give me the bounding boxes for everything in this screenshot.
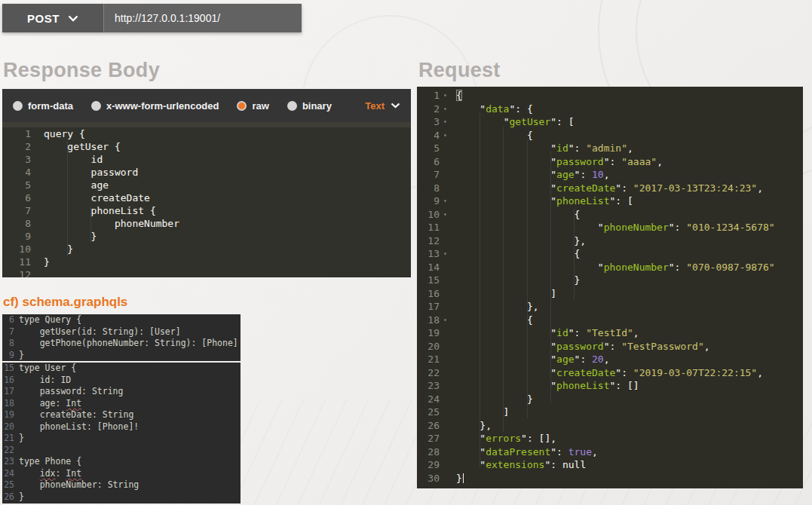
line-number: 8 [2, 338, 14, 350]
line-number: 12 [417, 234, 440, 248]
code-line: 8 getPhone(phoneNumber: String): [Phone] [2, 338, 241, 350]
schema-block-types: 15type User {16 id: ID17 password: Strin… [2, 363, 241, 503]
code-text: }, [456, 234, 586, 248]
fold-spacer [440, 168, 451, 182]
fold-spacer [440, 261, 451, 274]
code-line: 7 getUser(id: String): [User] [2, 326, 241, 338]
line-number: 25 [417, 406, 440, 419]
radio-icon [91, 101, 101, 111]
text-cursor [463, 473, 464, 483]
code-line: 5 "id": "admin", [417, 142, 803, 155]
code-text: id [44, 153, 103, 166]
code-line: 23type Phone { [2, 456, 241, 468]
fold-spacer [440, 432, 451, 445]
code-line: 6 createDate [2, 191, 411, 204]
code-text: type User { [19, 363, 76, 375]
code-line: 14 "phoneNumber": "070-0987-9876" [417, 261, 803, 274]
line-number: 7 [417, 168, 440, 182]
code-line: 7 "age": 10, [417, 168, 803, 182]
url-input[interactable]: http://127.0.0.1:19001/ [104, 4, 302, 32]
fold-spacer [440, 221, 451, 234]
code-text: "dataPresent": true, [456, 445, 598, 459]
body-type-option-raw[interactable]: raw [237, 100, 268, 112]
fold-arrow-icon[interactable]: ▾ [440, 89, 451, 103]
line-number: 26 [417, 419, 440, 433]
line-number: 23 [417, 379, 440, 393]
code-line: 12 }, [417, 234, 803, 248]
line-number: 2 [2, 140, 31, 153]
code-text: "data": { [456, 103, 533, 116]
code-text: type Phone { [19, 456, 81, 468]
body-type-option-x-www-form-urlencoded[interactable]: x-www-form-urlencoded [91, 100, 219, 112]
code-text: }, [456, 300, 539, 314]
code-text: id: ID [19, 375, 71, 387]
body-type-option-form-data[interactable]: form-data [13, 100, 73, 112]
code-line: 8 phoneNumber [2, 217, 411, 230]
line-number: 14 [417, 261, 440, 274]
fold-arrow-icon[interactable]: ▾ [440, 103, 451, 116]
code-line: 20 phoneList: [Phone]! [2, 421, 241, 433]
code-text: { [456, 247, 580, 261]
code-text: "age": 20, [456, 353, 610, 366]
fold-arrow-icon[interactable]: ▾ [440, 115, 451, 129]
code-text: } [19, 433, 24, 445]
fold-spacer [440, 353, 451, 366]
code-text: }, [456, 419, 492, 433]
code-line: 12 [2, 268, 411, 277]
code-text: "age": 10, [456, 168, 610, 182]
code-text: } [456, 472, 464, 485]
code-line: 24 idx: Int [2, 468, 241, 480]
line-number: 22 [417, 366, 440, 380]
line-number: 29 [417, 458, 440, 472]
fold-arrow-icon[interactable]: ▾ [440, 194, 451, 208]
fold-spacer [440, 142, 451, 155]
code-line: 18 age: Int [2, 398, 241, 410]
code-text: "password": "aaaa", [456, 155, 663, 169]
code-line: 2 getUser { [2, 140, 411, 153]
fold-spacer [440, 379, 451, 393]
method-label: POST [27, 12, 60, 25]
code-line: 11 "phoneNumber": "010-1234-5678" [417, 221, 803, 234]
fold-arrow-icon[interactable]: ▾ [440, 314, 451, 327]
line-number: 10 [417, 208, 440, 222]
code-line: 19 "id": "TestId", [417, 326, 803, 340]
code-line: 6 "password": "aaaa", [417, 155, 803, 169]
response-body-heading: Response Body [3, 59, 160, 82]
code-text: "getUser": [ [456, 115, 575, 129]
body-type-option-binary[interactable]: binary [287, 100, 332, 112]
request-json-viewer[interactable]: 1▾{2▾ "data": {3▾ "getUser": [4▾ {5 "id"… [417, 87, 803, 488]
fold-spacer [440, 234, 451, 248]
line-number: 13 [417, 247, 440, 261]
code-line: 7 phoneList { [2, 204, 411, 217]
radio-icon [287, 101, 297, 111]
code-text: password: String [19, 386, 123, 398]
format-dropdown[interactable]: Text [365, 100, 400, 112]
line-number: 18 [417, 314, 440, 327]
line-number: 27 [417, 432, 440, 445]
line-number: 17 [417, 300, 440, 314]
code-line: 17 }, [417, 300, 803, 314]
line-number: 6 [2, 314, 14, 326]
code-text: } [456, 393, 533, 406]
fold-spacer [440, 287, 451, 301]
fold-spacer [440, 366, 451, 380]
line-number: 16 [417, 287, 440, 301]
line-number: 28 [417, 445, 440, 459]
code-text: ] [456, 287, 556, 301]
code-text: phoneNumber [44, 217, 179, 230]
code-line: 21} [2, 433, 241, 445]
fold-arrow-icon[interactable]: ▾ [440, 129, 451, 142]
fold-spacer [440, 445, 451, 459]
fold-arrow-icon[interactable]: ▾ [440, 247, 451, 261]
line-number: 3 [2, 153, 31, 166]
code-line: 25 phoneNumber: String [2, 479, 241, 491]
query-editor[interactable]: 1query {2 getUser {3 id4 password5 age6 … [2, 122, 411, 277]
line-number: 5 [2, 179, 31, 191]
code-line: 28 "dataPresent": true, [417, 445, 803, 459]
line-number: 9 [417, 194, 440, 208]
code-text: "id": "TestId", [456, 326, 639, 340]
code-line: 25 ] [417, 406, 803, 419]
code-line: 2▾ "data": { [417, 103, 803, 116]
fold-arrow-icon[interactable]: ▾ [440, 208, 451, 222]
method-dropdown[interactable]: POST [2, 4, 104, 32]
